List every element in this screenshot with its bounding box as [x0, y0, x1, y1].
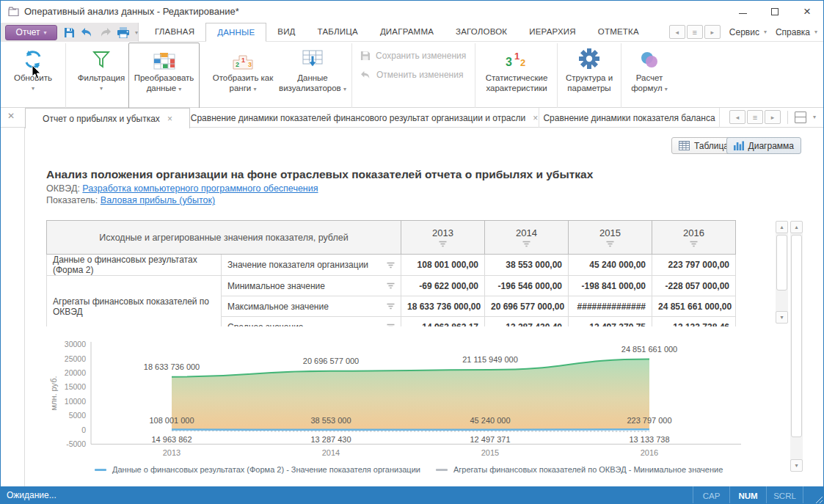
chevron-down-icon: ▾: [665, 86, 668, 92]
maximize-icon: [771, 8, 779, 15]
okved-line: ОКВЭД: Разработка компьютерного программ…: [46, 183, 318, 194]
table-scrollbar-thumb[interactable]: [776, 235, 787, 291]
indicator-link[interactable]: Валовая прибыль (убыток): [101, 195, 215, 205]
year-column-header[interactable]: 2013: [401, 221, 485, 255]
svg-text:-5000: -5000: [66, 439, 86, 448]
split-view-icon[interactable]: [795, 112, 806, 123]
year-column-header[interactable]: 2014: [485, 221, 569, 255]
value-cell: 13 287 430,40: [485, 317, 569, 327]
column-filter-icon[interactable]: [690, 241, 698, 247]
column-filter-icon[interactable]: [439, 241, 447, 247]
chart-view-button[interactable]: Диаграмма: [726, 137, 801, 154]
maximize-button[interactable]: [759, 1, 791, 23]
ribbon-tab-главная[interactable]: ГЛАВНАЯ: [144, 23, 205, 42]
year-column-header[interactable]: 2015: [569, 221, 652, 255]
print-dropdown-icon[interactable]: ▾: [135, 29, 138, 36]
undo-icon[interactable]: [81, 27, 93, 37]
mouse-cursor: [32, 65, 42, 80]
help-menu[interactable]: Справка ▾: [776, 27, 817, 37]
ribbon-tab-данные[interactable]: ДАННЫЕ: [205, 23, 266, 42]
ribbon-tab-диаграмма[interactable]: ДИАГРАММА: [369, 23, 445, 42]
ribbon-nav-buttons: ◂ ≡ ▸: [669, 25, 721, 39]
value-cell: -228 057 000,00: [652, 276, 736, 296]
ribbon-scroll-left-button[interactable]: ◂: [669, 25, 685, 39]
metric-label: Минимальное значение: [227, 281, 325, 291]
table-scrollbar[interactable]: ▴ ▾: [776, 221, 788, 324]
svg-text:38 553 000: 38 553 000: [310, 416, 351, 425]
year-column-header[interactable]: 2016: [652, 221, 736, 255]
metric-cell: Максимальное значение: [222, 296, 401, 317]
column-filter-icon[interactable]: [387, 282, 395, 289]
ribbon-scroll-right-button[interactable]: ▸: [704, 25, 721, 39]
ribbon-tab-отметка[interactable]: ОТМЕТКА: [587, 23, 650, 42]
document-tab-1[interactable]: Сравнение динамики показателей финансово…: [190, 108, 539, 128]
column-filter-icon[interactable]: [522, 241, 531, 247]
area-chart: 300002500020000150001000050000-5000млн. …: [46, 335, 743, 463]
transform-data-icon: [130, 43, 198, 70]
svg-text:10000: 10000: [65, 397, 86, 406]
save-icon[interactable]: [64, 27, 75, 38]
indicator-label: Показатель:: [46, 195, 98, 205]
close-button[interactable]: ×: [791, 1, 823, 23]
panel-close-icon[interactable]: ✕: [7, 111, 15, 121]
show-as-ranks-label: Отобразить как ранги ▾: [206, 73, 280, 95]
document-tab-0[interactable]: Отчет о прибылях и убытках×: [25, 108, 190, 128]
svg-text:24 851 661 000: 24 851 661 000: [621, 345, 677, 354]
okved-link[interactable]: Разработка компьютерного программного об…: [82, 183, 318, 194]
svg-text:223 797 000: 223 797 000: [627, 416, 671, 425]
resize-grip[interactable]: [813, 494, 823, 504]
scroll-down-icon[interactable]: ▾: [790, 459, 803, 472]
service-menu[interactable]: Сервис ▾: [729, 27, 767, 37]
document-tab-label: Отчет о прибылях и убытках: [43, 114, 160, 124]
save-changes-button: Сохранить изменения: [360, 51, 466, 61]
doc-tab-scroll-left-button[interactable]: ◂: [729, 110, 745, 124]
ribbon-tab-иерархия[interactable]: ИЕРАРХИЯ: [518, 23, 587, 42]
tab-close-icon[interactable]: ×: [533, 113, 538, 123]
ranks-icon: 213: [206, 43, 280, 70]
doc-tab-scroll-right-button[interactable]: ▸: [765, 110, 781, 124]
report-app-button[interactable]: Отчет ▾: [5, 25, 57, 40]
metric-label: Максимальное значение: [227, 302, 329, 312]
status-bar: Ожидание... CAPNUMSCRL: [1, 486, 823, 504]
document-tab-2[interactable]: Сравнение динамики показателя баланса: [539, 108, 720, 128]
value-cell: 45 240 000,00: [569, 255, 652, 276]
doc-tab-list-button[interactable]: ≡: [747, 110, 763, 124]
ribbon-minimize-button[interactable]: ≡: [687, 25, 703, 39]
status-indicator-cap: CAP: [693, 486, 729, 504]
scroll-down-icon[interactable]: ▾: [776, 311, 788, 324]
app-icon: [8, 7, 19, 17]
column-filter-icon[interactable]: [387, 262, 395, 269]
svg-text:2014: 2014: [322, 448, 340, 457]
ribbon-tab-row: Отчет ▾ ▾ ГЛАВНАЯДАННЫЕВИДТАБЛИЦАДИАГРАМ…: [1, 23, 823, 42]
okved-label: ОКВЭД:: [46, 183, 80, 194]
scroll-up-icon[interactable]: ▴: [776, 221, 788, 233]
report-app-button-label: Отчет: [16, 27, 40, 37]
data-table-container: Исходные и агрегированные значения показ…: [46, 220, 737, 326]
indicator-line: Показатель: Валовая прибыль (убыток): [46, 195, 215, 205]
filter-icon: [71, 43, 131, 70]
column-filter-icon[interactable]: [606, 241, 614, 247]
page-scrollbar-thumb[interactable]: [791, 235, 802, 437]
table-icon: [679, 141, 690, 150]
value-cell: 223 797 000,00: [652, 255, 736, 276]
close-icon: ×: [803, 4, 811, 19]
value-cell: ##############: [569, 296, 652, 317]
ribbon-tab-вид[interactable]: ВИД: [266, 23, 306, 42]
chevron-down-icon[interactable]: ▾: [813, 114, 816, 120]
ribbon-tab-таблица[interactable]: ТАБЛИЦА: [307, 23, 369, 42]
tab-close-icon[interactable]: ×: [167, 114, 172, 124]
filter-label: Фильтрация: [71, 73, 131, 83]
svg-text:21 115 949 000: 21 115 949 000: [462, 355, 518, 364]
page-scrollbar[interactable]: ▴ ▾: [790, 221, 803, 472]
metric-cell: Значение показателя организации: [222, 255, 401, 276]
column-filter-icon[interactable]: [387, 324, 395, 326]
ribbon-tab-заголовок[interactable]: ЗАГОЛОВОК: [445, 23, 518, 42]
svg-text:0: 0: [81, 426, 86, 434]
column-filter-icon[interactable]: [387, 303, 395, 310]
scroll-up-icon[interactable]: ▴: [790, 221, 803, 233]
chevron-down-icon: ▾: [764, 29, 767, 35]
status-indicator-scrl: SCRL: [766, 486, 803, 504]
svg-text:2: 2: [236, 61, 239, 68]
minimize-button[interactable]: [726, 1, 759, 23]
print-icon[interactable]: [117, 27, 129, 38]
